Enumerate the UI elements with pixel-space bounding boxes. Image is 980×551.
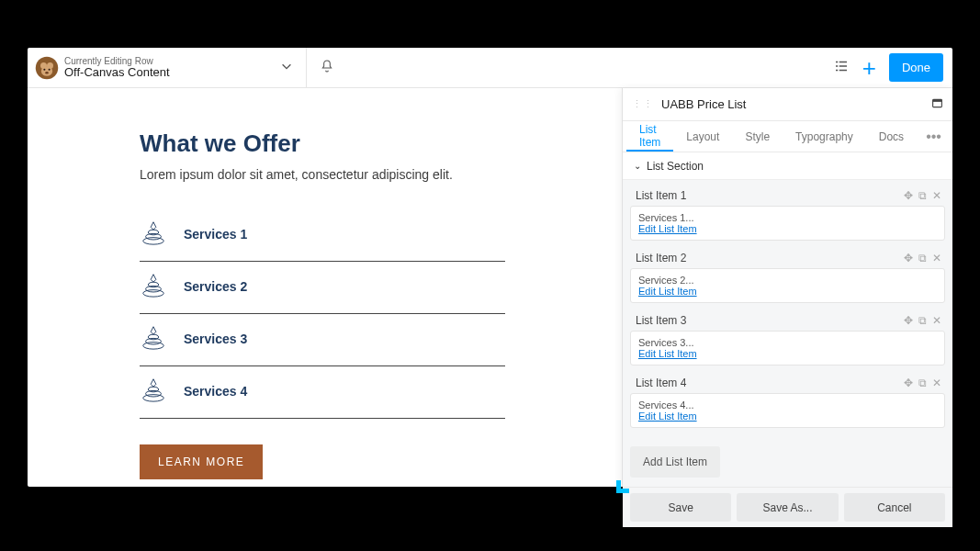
spa-stones-icon: [140, 323, 167, 354]
title-block: Currently Editing Row Off-Canvas Content: [64, 56, 170, 79]
tab-list-item[interactable]: List Item: [626, 121, 673, 152]
svg-point-7: [143, 238, 164, 245]
list-item-card: List Item 1 ✥ ⧉ ✕ Services 1... Edit Lis…: [630, 186, 945, 241]
learn-more-button[interactable]: LEARN MORE: [140, 444, 263, 479]
outline-icon[interactable]: [833, 58, 850, 78]
list-item-summary: Services 1...: [638, 212, 937, 223]
svg-point-16: [143, 395, 164, 402]
list-item-title: List Item 3: [636, 314, 686, 327]
service-row: Services 3: [140, 314, 505, 366]
svg-point-9: [148, 230, 158, 235]
notification-bell-icon[interactable]: [320, 59, 334, 77]
move-icon[interactable]: ✥: [904, 314, 913, 327]
top-right-actions: + Done: [833, 53, 943, 82]
svg-point-10: [143, 290, 164, 298]
service-row: Services 1: [140, 209, 505, 262]
move-icon[interactable]: ✥: [904, 377, 913, 389]
duplicate-icon[interactable]: ⧉: [918, 314, 927, 327]
add-list-item-button[interactable]: Add List Item: [630, 446, 720, 478]
page-title: Off-Canvas Content: [64, 66, 170, 79]
cancel-button[interactable]: Cancel: [844, 493, 945, 522]
tab-layout[interactable]: Layout: [673, 121, 732, 152]
list-item-summary: Services 3...: [638, 337, 937, 348]
close-icon[interactable]: ✕: [932, 252, 941, 264]
service-label: Services 2: [184, 279, 247, 294]
list-item-summary: Services 4...: [638, 399, 937, 410]
svg-point-12: [148, 282, 158, 287]
window-icon[interactable]: [931, 96, 943, 113]
content-heading: What we Offer: [140, 129, 505, 158]
svg-point-6: [45, 71, 49, 73]
duplicate-icon[interactable]: ⧉: [918, 377, 927, 389]
list-item-card: List Item 2 ✥ ⧉ ✕ Services 2... Edit Lis…: [630, 248, 945, 303]
tab-style[interactable]: Style: [732, 121, 783, 152]
resize-handle-icon[interactable]: [616, 480, 629, 493]
svg-point-3: [41, 66, 52, 76]
app-frame: Currently Editing Row Off-Canvas Content…: [28, 48, 952, 487]
service-row: Services 4: [140, 366, 505, 419]
chevron-down-icon[interactable]: [280, 60, 293, 76]
svg-point-5: [49, 68, 51, 70]
settings-panel: ⋮⋮ UABB Price List List Item Layout Styl…: [622, 88, 952, 487]
edit-list-item-link[interactable]: Edit List Item: [638, 410, 697, 422]
svg-point-15: [148, 334, 158, 340]
panel-header: ⋮⋮ UABB Price List: [623, 88, 952, 121]
save-button[interactable]: Save: [630, 493, 731, 522]
edit-list-item-link[interactable]: Edit List Item: [638, 348, 697, 359]
add-module-button[interactable]: +: [862, 56, 876, 80]
svg-point-4: [43, 68, 45, 70]
duplicate-icon[interactable]: ⧉: [918, 252, 927, 264]
panel-footer: Save Save As... Cancel: [623, 487, 952, 527]
panel-body: List Item 1 ✥ ⧉ ✕ Services 1... Edit Lis…: [623, 180, 952, 487]
panel-title: UABB Price List: [661, 97, 746, 111]
svg-point-13: [143, 343, 164, 350]
tab-docs[interactable]: Docs: [866, 121, 917, 152]
service-label: Services 3: [184, 332, 247, 346]
svg-point-18: [148, 387, 158, 392]
done-button[interactable]: Done: [889, 53, 943, 82]
tab-typography[interactable]: Typography: [783, 121, 866, 152]
list-item-summary: Services 2...: [638, 275, 937, 286]
move-icon[interactable]: ✥: [904, 189, 913, 202]
close-icon[interactable]: ✕: [932, 314, 941, 327]
list-item-card: List Item 4 ✥ ⧉ ✕ Services 4... Edit Lis…: [630, 373, 945, 428]
service-row: Services 2: [140, 262, 505, 314]
move-icon[interactable]: ✥: [904, 252, 913, 264]
list-item-title: List Item 4: [636, 377, 686, 389]
list-item-title: List Item 1: [636, 189, 686, 202]
chevron-down-icon: ⌄: [634, 161, 641, 171]
spa-stones-icon: [140, 271, 167, 302]
close-icon[interactable]: ✕: [932, 189, 941, 202]
edit-list-item-link[interactable]: Edit List Item: [638, 286, 697, 297]
divider: [306, 48, 307, 88]
beaver-logo-icon: [33, 54, 61, 82]
spa-stones-icon: [140, 376, 167, 407]
spa-stones-icon: [140, 219, 167, 250]
list-item-title: List Item 2: [636, 252, 686, 264]
tab-more-icon[interactable]: •••: [917, 129, 951, 145]
content-subtext: Lorem ipsum dolor sit amet, consectetur …: [140, 167, 505, 182]
section-header[interactable]: ⌄ List Section: [623, 152, 952, 180]
close-icon[interactable]: ✕: [932, 377, 941, 389]
duplicate-icon[interactable]: ⧉: [918, 189, 927, 202]
content-area: What we Offer Lorem ipsum dolor sit amet…: [28, 88, 505, 479]
svg-rect-20: [933, 99, 942, 101]
drag-handle-icon[interactable]: ⋮⋮: [632, 98, 654, 110]
service-label: Services 4: [184, 384, 247, 399]
section-label: List Section: [647, 160, 704, 173]
edit-list-item-link[interactable]: Edit List Item: [638, 223, 697, 234]
list-item-card: List Item 3 ✥ ⧉ ✕ Services 3... Edit Lis…: [630, 310, 945, 365]
panel-tabs: List Item Layout Style Typography Docs •…: [623, 121, 952, 152]
service-label: Services 1: [184, 227, 247, 242]
top-bar: Currently Editing Row Off-Canvas Content…: [28, 48, 952, 88]
save-as-button[interactable]: Save As...: [737, 493, 838, 522]
